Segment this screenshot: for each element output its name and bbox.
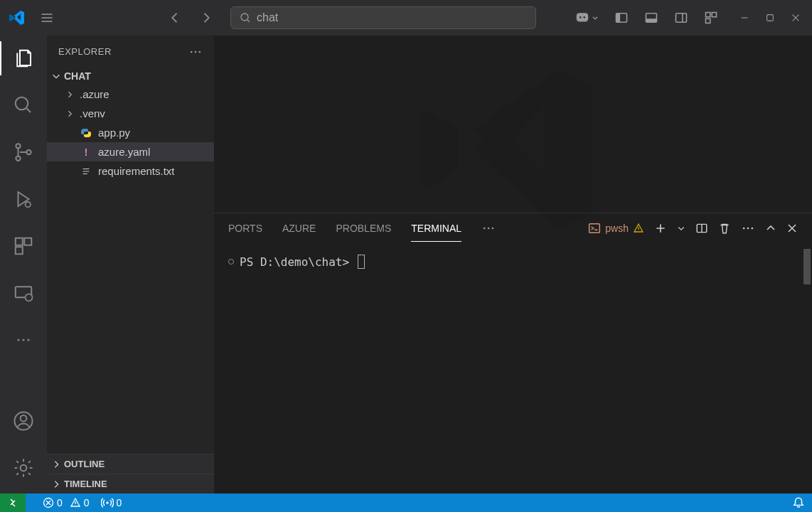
folder-root[interactable]: CHAT — [47, 68, 214, 85]
svg-rect-16 — [24, 238, 31, 245]
terminal-cursor — [358, 255, 365, 269]
window-minimize-icon[interactable] — [737, 10, 752, 26]
svg-rect-7 — [712, 13, 716, 17]
terminal-new-icon[interactable] — [654, 222, 667, 235]
sidebar-more-icon[interactable] — [188, 45, 203, 59]
activity-source-control[interactable] — [6, 135, 41, 169]
search-text: chat — [257, 11, 278, 24]
svg-point-34 — [743, 228, 745, 230]
statusbar-ports[interactable]: 0 — [101, 496, 122, 509]
vscode-watermark-icon — [414, 50, 613, 249]
svg-point-36 — [752, 228, 754, 230]
activity-explorer[interactable] — [6, 41, 41, 75]
tree-folder-venv[interactable]: .venv — [47, 104, 214, 123]
terminal-split-icon[interactable] — [695, 222, 708, 235]
tree-file-app[interactable]: app.py — [47, 123, 214, 142]
tree-label: azure.yaml — [98, 146, 150, 158]
statusbar-notifications[interactable] — [792, 496, 805, 509]
folder-name: CHAT — [64, 70, 91, 82]
layout-sidebar-left-icon[interactable] — [611, 8, 631, 28]
svg-point-19 — [26, 294, 33, 301]
ports-count: 0 — [117, 497, 122, 508]
svg-rect-15 — [16, 238, 23, 245]
activity-search[interactable] — [6, 88, 41, 122]
svg-point-10 — [16, 97, 28, 110]
activity-more-icon[interactable] — [6, 323, 41, 357]
section-label: OUTLINE — [64, 459, 105, 469]
tree-label: .azure — [80, 88, 109, 100]
svg-rect-9 — [767, 15, 774, 21]
error-count: 0 — [57, 497, 63, 508]
tree-folder-azure[interactable]: .azure — [47, 85, 214, 104]
hamburger-menu-icon[interactable] — [37, 8, 57, 28]
remote-icon — [7, 497, 18, 508]
layout-panel-icon[interactable] — [641, 8, 661, 28]
text-file-icon — [80, 166, 92, 176]
svg-rect-17 — [16, 247, 23, 254]
section-timeline[interactable]: TIMELINE — [47, 474, 214, 494]
activity-remote[interactable] — [6, 276, 41, 310]
layout-sidebar-right-icon[interactable] — [671, 8, 691, 28]
titlebar: chat — [0, 0, 812, 36]
activity-bar — [0, 36, 47, 494]
terminal-body[interactable]: PS D:\demo\chat> — [214, 243, 812, 494]
panel-tab-problems[interactable]: PROBLEMS — [336, 215, 391, 241]
terminal-scrollbar[interactable] — [803, 249, 811, 284]
activity-settings[interactable] — [6, 451, 41, 485]
activity-run-debug[interactable] — [6, 182, 41, 216]
tree-label: app.py — [98, 127, 130, 139]
svg-point-20 — [17, 338, 19, 341]
nav-forward-icon[interactable] — [193, 8, 219, 28]
panel-tab-ports[interactable]: PORTS — [228, 215, 262, 241]
svg-point-14 — [26, 202, 31, 208]
sidebar-title: EXPLORER — [58, 46, 112, 57]
panel-more-icon[interactable] — [741, 221, 755, 235]
svg-point-27 — [195, 50, 197, 53]
svg-point-24 — [21, 415, 27, 422]
broadcast-icon — [101, 496, 114, 509]
nav-back-icon[interactable] — [162, 8, 188, 28]
vscode-logo-icon — [9, 9, 26, 26]
warning-icon — [633, 223, 644, 234]
svg-rect-6 — [706, 13, 710, 17]
svg-point-38 — [106, 501, 108, 503]
layout-customize-icon[interactable] — [701, 8, 721, 28]
bell-icon — [792, 496, 805, 509]
svg-rect-5 — [676, 14, 687, 23]
panel-close-icon[interactable] — [786, 223, 798, 234]
copilot-icon[interactable] — [572, 7, 602, 28]
svg-point-12 — [16, 156, 20, 161]
window-close-icon[interactable] — [788, 10, 803, 26]
file-tree: .azure .venv app.py ! azure.yaml require… — [47, 85, 214, 454]
sidebar-explorer: EXPLORER CHAT .azure .venv app.py — [47, 36, 214, 494]
section-outline[interactable]: OUTLINE — [47, 454, 214, 474]
python-file-icon — [80, 127, 92, 139]
statusbar: 0 0 0 — [0, 494, 812, 512]
tree-file-requirements[interactable]: requirements.txt — [47, 161, 214, 181]
activity-extensions[interactable] — [6, 229, 41, 263]
svg-point-0 — [241, 14, 248, 21]
prompt-status-icon — [228, 259, 234, 265]
svg-point-26 — [191, 50, 193, 53]
section-label: TIMELINE — [64, 479, 107, 489]
activity-accounts[interactable] — [6, 404, 41, 438]
tree-file-azure-yaml[interactable]: ! azure.yaml — [47, 142, 214, 161]
terminal-kill-icon[interactable] — [718, 222, 731, 235]
tree-label: requirements.txt — [98, 165, 175, 177]
window-maximize-icon[interactable] — [762, 10, 778, 26]
warning-icon — [70, 497, 81, 508]
yaml-file-icon: ! — [80, 146, 92, 158]
bottom-panel: PORTS AZURE PROBLEMS TERMINAL pwsh — [214, 213, 812, 494]
svg-point-13 — [26, 150, 31, 154]
svg-point-22 — [27, 338, 29, 341]
statusbar-remote[interactable] — [0, 494, 26, 512]
panel-tab-azure[interactable]: AZURE — [282, 215, 316, 241]
terminal-prompt: PS D:\demo\chat> — [240, 255, 349, 269]
statusbar-problems[interactable]: 0 0 — [43, 497, 90, 508]
command-center-search[interactable]: chat — [230, 6, 536, 29]
terminal-new-dropdown-icon[interactable] — [677, 224, 685, 233]
chevron-right-icon — [51, 479, 61, 489]
svg-point-25 — [21, 465, 27, 471]
panel-maximize-icon[interactable] — [765, 223, 776, 234]
svg-rect-2 — [616, 14, 621, 23]
